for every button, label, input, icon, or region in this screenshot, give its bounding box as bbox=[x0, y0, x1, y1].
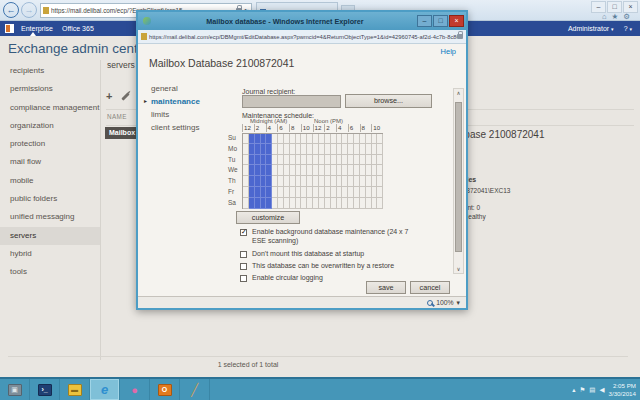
dialog-tab-label: general bbox=[151, 84, 178, 93]
dialog-title-bar[interactable]: Mailbox database - Windows Internet Expl… bbox=[138, 12, 466, 30]
checkbox[interactable]: ✓ bbox=[240, 229, 247, 236]
schedule-cell[interactable] bbox=[377, 198, 383, 209]
scroll-down-icon[interactable]: ∨ bbox=[454, 266, 463, 272]
schedule-hour-label: 6 bbox=[277, 124, 289, 132]
schedule-row: Su bbox=[228, 133, 383, 144]
help-menu[interactable]: ? ▾ bbox=[624, 25, 632, 32]
schedule-row: Th bbox=[228, 176, 383, 187]
taskbar-item-powershell[interactable]: ›_ bbox=[30, 379, 60, 400]
checkbox-label: Don't mount this database at startup bbox=[252, 250, 364, 258]
schedule-cells bbox=[242, 187, 383, 198]
dialog-tab-limits[interactable]: limits bbox=[151, 108, 200, 121]
sidebar-item-recipients[interactable]: recipients bbox=[0, 62, 100, 80]
dialog-tab-client-settings[interactable]: client settings bbox=[151, 121, 200, 134]
zoom-magnifier-icon bbox=[427, 300, 433, 306]
ie-dialog-icon bbox=[143, 17, 151, 25]
schedule-day-label: Fr bbox=[228, 187, 242, 198]
journal-recipient-input[interactable] bbox=[242, 95, 341, 108]
zoom-caret-icon[interactable]: ▾ bbox=[457, 299, 460, 307]
schedule-hour-label: 10 bbox=[371, 124, 383, 132]
schedule-row: Fr bbox=[228, 187, 383, 198]
schedule-row: Tu bbox=[228, 155, 383, 166]
checkbox[interactable] bbox=[240, 275, 247, 282]
page-title: Exchange admin center bbox=[8, 41, 150, 56]
tools-gear-icon[interactable]: ⚙ bbox=[623, 12, 635, 21]
checkbox[interactable] bbox=[240, 251, 247, 258]
dialog-tab-maintenance[interactable]: ▸maintenance bbox=[151, 95, 200, 108]
checkbox-row: This database can be overwritten by a re… bbox=[240, 262, 394, 270]
dialog-tab-label: maintenance bbox=[151, 97, 200, 106]
suite-tab-office365[interactable]: Office 365 bbox=[62, 25, 94, 32]
taskbar-item-app-pink[interactable]: ● bbox=[120, 379, 150, 400]
forward-icon: → bbox=[25, 5, 34, 15]
taskbar-item-toolbox[interactable]: ▬ bbox=[60, 379, 90, 400]
help-link[interactable]: Help bbox=[441, 47, 456, 56]
suite-tab-enterprise[interactable]: Enterprise bbox=[21, 25, 53, 32]
sidebar-item-unified-messaging[interactable]: unified messaging bbox=[0, 208, 100, 226]
back-button[interactable]: ← bbox=[3, 2, 19, 18]
dialog-close-button[interactable]: × bbox=[449, 15, 464, 27]
save-button[interactable]: save bbox=[366, 281, 406, 294]
sidebar-item-tools[interactable]: tools bbox=[0, 263, 100, 281]
action-center-flag-icon[interactable]: ⚑ bbox=[579, 386, 585, 394]
zoom-level[interactable]: 100% bbox=[436, 299, 453, 306]
schedule-cell[interactable] bbox=[377, 134, 383, 144]
clock-date: 3/30/2014 bbox=[608, 390, 636, 398]
edit-pencil-icon[interactable] bbox=[122, 92, 130, 100]
add-button[interactable]: + bbox=[106, 90, 112, 102]
schedule-cell[interactable] bbox=[377, 144, 383, 155]
selected-tab-marker-icon: ▸ bbox=[144, 95, 147, 108]
schedule-cells bbox=[242, 155, 383, 166]
dialog-tab-general[interactable]: general bbox=[151, 82, 200, 95]
mailbox-database-dialog: Mailbox database - Windows Internet Expl… bbox=[136, 10, 468, 310]
user-menu[interactable]: Administrator ▾ bbox=[568, 25, 614, 32]
schedule-cell[interactable] bbox=[377, 155, 383, 166]
schedule-cell[interactable] bbox=[377, 187, 383, 198]
dialog-maximize-button[interactable]: □ bbox=[433, 15, 448, 27]
sidebar-item-organization[interactable]: organization bbox=[0, 117, 100, 135]
list-status: 1 selected of 1 total bbox=[106, 361, 390, 368]
sidebar-item-permissions[interactable]: permissions bbox=[0, 80, 100, 98]
sidebar-item-hybrid[interactable]: hybrid bbox=[0, 245, 100, 263]
customize-button[interactable]: customize bbox=[236, 211, 300, 224]
taskbar-item-pen[interactable]: ╱ bbox=[180, 379, 210, 400]
scroll-up-icon[interactable]: ∧ bbox=[454, 90, 463, 96]
toolbox-icon: ▬ bbox=[68, 384, 82, 396]
checkbox[interactable] bbox=[240, 263, 247, 270]
checkbox-row: Enable circular logging bbox=[240, 274, 323, 282]
taskbar-item-outlook[interactable]: O bbox=[150, 379, 180, 400]
dialog-tab-label: limits bbox=[151, 110, 169, 119]
sidebar-item-compliance-management[interactable]: compliance management bbox=[0, 99, 100, 117]
schedule-hour-label: 6 bbox=[348, 124, 360, 132]
schedule-hour-label: 8 bbox=[289, 124, 301, 132]
cancel-button[interactable]: cancel bbox=[410, 281, 450, 294]
back-icon: ← bbox=[7, 5, 16, 15]
forward-button[interactable]: → bbox=[21, 2, 37, 18]
column-header-name[interactable]: NAME bbox=[107, 113, 127, 120]
pen-icon: ╱ bbox=[191, 383, 198, 397]
tab-servers[interactable]: servers bbox=[107, 60, 135, 70]
dialog-minimize-button[interactable]: – bbox=[417, 15, 432, 27]
tray-expand-icon[interactable]: ▴ bbox=[572, 386, 575, 394]
favorites-star-icon[interactable]: ★ bbox=[612, 12, 624, 21]
sidebar-item-public-folders[interactable]: public folders bbox=[0, 190, 100, 208]
schedule-hour-label: 4 bbox=[336, 124, 348, 132]
browse-button[interactable]: browse... bbox=[345, 94, 432, 108]
check-icon: ✓ bbox=[241, 228, 247, 236]
sidebar-item-servers[interactable]: servers bbox=[0, 227, 100, 245]
schedule-grid: SuMoTuWeThFrSa bbox=[228, 133, 383, 209]
sidebar-item-protection[interactable]: protection bbox=[0, 135, 100, 153]
sidebar-item-mail-flow[interactable]: mail flow bbox=[0, 153, 100, 171]
schedule-cell[interactable] bbox=[377, 165, 383, 176]
sidebar-item-mobile[interactable]: mobile bbox=[0, 172, 100, 190]
taskbar-item-server-manager[interactable]: ▣ bbox=[0, 379, 30, 400]
volume-icon[interactable]: ◀ bbox=[599, 386, 604, 394]
taskbar-clock[interactable]: 2:05 PM 3/30/2014 bbox=[608, 382, 638, 397]
sidebar-divider bbox=[100, 60, 101, 360]
network-icon[interactable]: ▤ bbox=[589, 386, 595, 394]
schedule-cell[interactable] bbox=[377, 176, 383, 187]
home-icon[interactable]: ⌂ bbox=[602, 12, 612, 21]
scrollbar-thumb[interactable] bbox=[455, 102, 462, 252]
dialog-scrollbar[interactable]: ∧ ∨ bbox=[453, 88, 464, 274]
taskbar-item-internet-explorer[interactable]: e bbox=[90, 379, 120, 400]
